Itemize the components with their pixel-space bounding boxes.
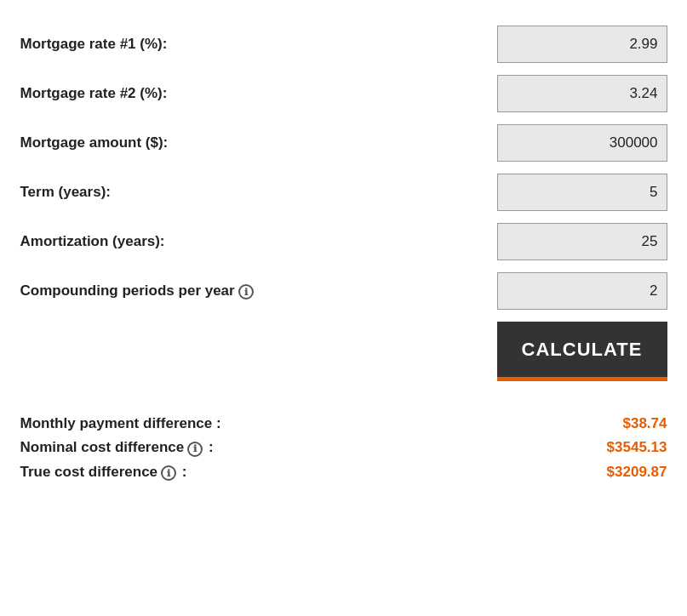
form-row-mortgage-rate-2: Mortgage rate #2 (%):	[20, 75, 667, 112]
result-row-nominal-cost-difference: Nominal cost differenceℹ :$3545.13	[20, 439, 667, 457]
form-row-mortgage-amount: Mortgage amount ($):	[20, 124, 667, 162]
label-mortgage-rate-1: Mortgage rate #1 (%):	[20, 36, 497, 53]
result-value-nominal-cost-difference: $3545.13	[607, 439, 667, 456]
label-mortgage-rate-2: Mortgage rate #2 (%):	[20, 85, 497, 102]
result-row-true-cost-difference: True cost differenceℹ :$3209.87	[20, 464, 667, 482]
input-mortgage-rate-2[interactable]	[497, 75, 667, 112]
result-row-monthly-payment-difference: Monthly payment difference :$38.74	[20, 415, 667, 432]
input-mortgage-rate-1[interactable]	[497, 26, 667, 63]
calculator: Mortgage rate #1 (%):Mortgage rate #2 (%…	[20, 26, 667, 488]
form-row-amortization: Amortization (years):	[20, 223, 667, 260]
input-term[interactable]	[497, 174, 667, 211]
input-compounding[interactable]	[497, 272, 667, 310]
label-term: Term (years):	[20, 184, 497, 201]
calculate-label: CALCULATE	[522, 339, 643, 360]
result-label-true-cost-difference: True cost differenceℹ :	[20, 464, 187, 482]
input-mortgage-amount[interactable]	[497, 124, 667, 162]
calculate-button[interactable]: CALCULATE	[497, 322, 667, 381]
info-icon-compounding[interactable]: ℹ	[238, 284, 254, 299]
form-row-mortgage-rate-1: Mortgage rate #1 (%):	[20, 26, 667, 63]
result-value-monthly-payment-difference: $38.74	[623, 415, 667, 432]
form-row-compounding: Compounding periods per yearℹ	[20, 272, 667, 310]
result-info-icon-true-cost-difference[interactable]: ℹ	[161, 465, 176, 481]
result-label-nominal-cost-difference: Nominal cost differenceℹ :	[20, 439, 214, 457]
results-section: Monthly payment difference :$38.74Nomina…	[20, 415, 667, 481]
form-section: Mortgage rate #1 (%):Mortgage rate #2 (%…	[20, 26, 667, 310]
button-row: CALCULATE	[20, 322, 667, 381]
label-mortgage-amount: Mortgage amount ($):	[20, 134, 497, 151]
result-value-true-cost-difference: $3209.87	[607, 464, 667, 481]
result-info-icon-nominal-cost-difference[interactable]: ℹ	[187, 442, 203, 457]
form-row-term: Term (years):	[20, 174, 667, 211]
label-compounding: Compounding periods per yearℹ	[20, 282, 497, 300]
label-amortization: Amortization (years):	[20, 233, 497, 250]
input-amortization[interactable]	[497, 223, 667, 260]
result-label-monthly-payment-difference: Monthly payment difference :	[20, 415, 221, 432]
